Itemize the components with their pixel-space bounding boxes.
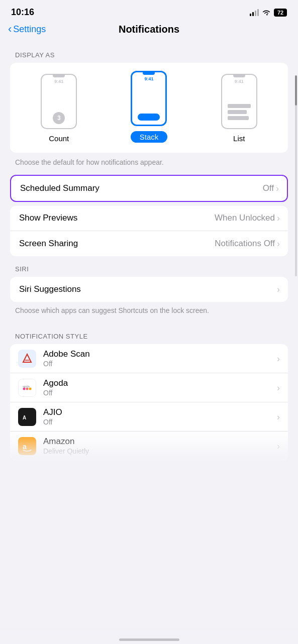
adobe-scan-status: Off <box>43 360 277 368</box>
phone-stack: 9:41 <box>131 71 167 126</box>
wifi-icon <box>262 9 271 16</box>
stack-label: Stack <box>131 131 168 143</box>
siri-helper-text: Choose which apps can suggest Shortcuts … <box>0 302 298 324</box>
time-list: 9:41 <box>235 79 244 84</box>
notch-stack <box>143 72 155 75</box>
adobe-chevron: › <box>277 354 280 363</box>
agoda-chevron: › <box>277 383 280 392</box>
app-row-amazon[interactable]: a Amazon Deliver Quietly › <box>10 432 288 460</box>
app-row-agoda[interactable]: agoda Agoda Off › <box>10 373 288 402</box>
count-badge: 3 <box>53 112 65 124</box>
display-as-options: 9:41 3 Count 9:41 Stack <box>10 63 288 153</box>
ajio-chevron: › <box>277 412 280 421</box>
home-bar <box>119 638 179 641</box>
svg-text:agoda: agoda <box>23 385 30 388</box>
display-as-card: 9:41 3 Count 9:41 Stack <box>10 63 288 153</box>
app-row-adobe[interactable]: Adobe Scan Off › <box>10 344 288 373</box>
back-button[interactable]: ‹ Settings <box>8 24 46 35</box>
display-as-label: DISPLAY AS <box>0 42 298 63</box>
adobe-scan-icon <box>18 350 36 368</box>
svg-point-3 <box>26 387 29 390</box>
amazon-status: Deliver Quietly <box>43 447 277 455</box>
back-label: Settings <box>13 24 46 35</box>
svg-point-2 <box>23 387 26 390</box>
ajio-status: Off <box>43 418 277 426</box>
list-body <box>222 84 256 128</box>
display-as-helper: Choose the default for how notifications… <box>0 153 298 175</box>
phone-count: 9:41 3 <box>41 74 77 129</box>
nav-bar: ‹ Settings Notifications <box>0 21 298 42</box>
scroll-track[interactable] <box>295 75 297 276</box>
agoda-icon: agoda <box>18 379 36 397</box>
time-stack: 9:41 <box>144 76 153 81</box>
list-label: List <box>233 134 245 143</box>
svg-point-4 <box>29 387 32 390</box>
siri-card: Siri Suggestions › <box>10 277 288 302</box>
siri-chevron: › <box>277 285 280 294</box>
scheduled-summary-row[interactable]: Scheduled Summary Off › <box>10 175 288 202</box>
show-previews-row[interactable]: Show Previews When Unlocked › <box>10 206 288 231</box>
scheduled-summary-value: Off <box>263 183 274 193</box>
back-chevron-icon: ‹ <box>8 24 12 35</box>
notification-style-label: NOTIFICATION STYLE <box>0 324 298 344</box>
siri-suggestions-label: Siri Suggestions <box>19 284 81 294</box>
status-icons: 72 <box>250 9 287 17</box>
svg-rect-8 <box>20 439 34 453</box>
screen-sharing-chevron: › <box>277 239 280 248</box>
screen-sharing-label: Screen Sharing <box>19 239 78 249</box>
notch-count <box>53 75 65 77</box>
app-list-card: Adobe Scan Off › agoda Agoda Off › <box>10 344 288 460</box>
status-bar: 10:16 72 <box>0 0 298 21</box>
general-settings-card: Show Previews When Unlocked › Screen Sha… <box>10 206 288 256</box>
amazon-icon: a <box>18 437 36 455</box>
battery-badge: 72 <box>274 9 287 17</box>
show-previews-chevron: › <box>277 213 280 223</box>
app-row-ajio[interactable]: A AJIO Off › <box>10 402 288 432</box>
scroll-thumb <box>295 75 297 105</box>
stack-pill <box>138 114 160 121</box>
agoda-name: Agoda <box>43 378 277 388</box>
show-previews-label: Show Previews <box>19 213 77 223</box>
time-count: 9:41 <box>54 79 63 84</box>
amazon-name: Amazon <box>43 437 277 447</box>
svg-text:A: A <box>23 415 26 420</box>
scheduled-summary-right: Off › <box>263 183 279 193</box>
count-label: Count <box>49 134 69 143</box>
status-time: 10:16 <box>11 7 34 18</box>
page-title: Notifications <box>119 24 179 35</box>
screen-sharing-row[interactable]: Screen Sharing Notifications Off › <box>10 231 288 256</box>
signal-icon <box>250 9 259 16</box>
scheduled-summary-label: Scheduled Summary <box>20 183 100 193</box>
agoda-status: Off <box>43 389 277 397</box>
display-option-stack[interactable]: 9:41 Stack <box>131 71 168 143</box>
notch-list <box>233 75 245 77</box>
siri-suggestions-row[interactable]: Siri Suggestions › <box>10 277 288 302</box>
adobe-scan-name: Adobe Scan <box>43 349 277 359</box>
display-option-count[interactable]: 9:41 3 Count <box>41 74 77 143</box>
screen-sharing-value: Notifications Off <box>215 239 275 249</box>
home-indicator <box>0 627 298 644</box>
ajio-name: AJIO <box>43 407 277 417</box>
siri-section-label: SIRI <box>0 256 298 277</box>
display-option-list[interactable]: 9:41 List <box>221 74 257 143</box>
phone-list: 9:41 <box>221 74 257 129</box>
ajio-icon: A <box>18 408 36 426</box>
svg-text:a: a <box>23 443 27 451</box>
chevron-right-icon: › <box>276 184 279 193</box>
amazon-chevron: › <box>277 442 280 451</box>
show-previews-value: When Unlocked <box>215 213 275 223</box>
